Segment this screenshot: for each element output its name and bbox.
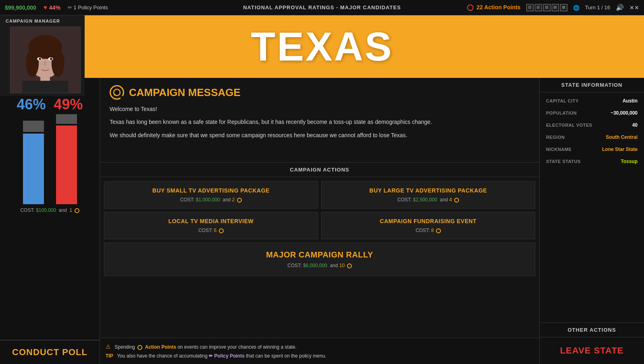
state-info-header: STATE INFORMATION bbox=[540, 78, 644, 92]
action-points-display: 22 Action Points bbox=[467, 4, 521, 11]
action-large-tv[interactable]: BUY LARGE TV ADVERTISING PACKAGE COST: $… bbox=[321, 181, 535, 209]
status-value: Tossup bbox=[621, 159, 638, 164]
state-header: TEXAS bbox=[0, 15, 644, 78]
nickname-label: NICKNAME bbox=[546, 147, 571, 152]
fundraising-title: CAMPAIGN FUNDRAISING EVENT bbox=[328, 218, 528, 224]
poll-cost-money: $100,000 bbox=[36, 207, 56, 213]
campaign-message-section: CAMPAIGN MESSAGE Welcome to Texas! Texas… bbox=[100, 78, 539, 163]
main-content: POLLING DATA NEW STATE POLL 46% 49% COST… bbox=[0, 78, 644, 364]
action-small-tv[interactable]: BUY SMALL TV ADVERTISING PACKAGE COST: $… bbox=[104, 181, 318, 209]
close-icon[interactable]: ✕ bbox=[629, 4, 639, 11]
poll-cost: COST: $100,000 and 1 bbox=[0, 204, 100, 215]
action-major-rally[interactable]: MAJOR CAMPAIGN RALLY COST: $6,000,000 an… bbox=[104, 243, 535, 276]
svg-rect-13 bbox=[22, 81, 68, 93]
actions-grid: BUY SMALL TV ADVERTISING PACKAGE COST: $… bbox=[100, 177, 539, 280]
ap-icon-tip bbox=[137, 345, 142, 350]
large-tv-ap-icon bbox=[454, 198, 459, 203]
bar-col-red bbox=[56, 114, 77, 204]
poll-blue-pct: 46% bbox=[17, 96, 46, 113]
right-panel: STATE INFORMATION CAPITAL CITY Austin PO… bbox=[539, 78, 644, 364]
bar-red bbox=[56, 126, 77, 204]
action-local-tv[interactable]: LOCAL TV MEDIA INTERVIEW COST: 6 bbox=[104, 212, 318, 239]
fundraising-ap-icon bbox=[436, 228, 441, 233]
capital-label: CAPITAL CITY bbox=[546, 98, 579, 103]
population-value: ~30,000,000 bbox=[611, 110, 638, 116]
other-actions-header: OTHER ACTIONS bbox=[540, 322, 644, 337]
poll-ap-icon bbox=[75, 208, 79, 213]
action-fundraising[interactable]: CAMPAIGN FUNDRAISING EVENT COST: 8 bbox=[321, 212, 535, 239]
center-panel: CAMPAIGN MESSAGE Welcome to Texas! Texas… bbox=[100, 78, 539, 364]
campaign-manager-panel: CAMPAIGN MANAGER bbox=[0, 15, 85, 96]
small-tv-ap-icon bbox=[237, 198, 242, 203]
nickname-value: Lone Star State bbox=[602, 146, 638, 152]
top-bar-left: $99,900,000 44% 1 Policy Points bbox=[5, 4, 108, 11]
svg-point-8 bbox=[51, 49, 64, 77]
info-capital: CAPITAL CITY Austin bbox=[546, 98, 638, 104]
bar-blue bbox=[23, 134, 44, 204]
bar-gray-blue bbox=[23, 121, 44, 132]
tip-bar: ⚠ Spending Action Points on events can i… bbox=[100, 338, 539, 364]
top-bar: $99,900,000 44% 1 Policy Points NATIONAL… bbox=[0, 0, 644, 15]
rally-ap-icon bbox=[347, 264, 352, 268]
region-value: South Central bbox=[606, 134, 638, 140]
status-label: STATE STATUS bbox=[546, 159, 581, 164]
svg-point-12 bbox=[50, 58, 52, 60]
bar-col-blue bbox=[23, 121, 44, 204]
capital-value: Austin bbox=[623, 98, 638, 104]
conduct-poll-button[interactable]: CONDUCT POLL bbox=[0, 340, 100, 364]
campaign-text: Welcome to Texas! Texas has long been kn… bbox=[110, 105, 530, 140]
small-tv-cost: COST: $1,000,000 and 2 bbox=[111, 197, 311, 203]
die-4: ⚄ bbox=[552, 4, 559, 11]
electoral-label: ELECTORAL VOTES bbox=[546, 123, 592, 128]
bar-gray-red bbox=[56, 114, 77, 124]
poll-cost-ap: 1 bbox=[70, 207, 73, 213]
ap-icon bbox=[467, 4, 474, 11]
dice-group: ⚁ ⚂ ⚃ ⚄ ⚅ bbox=[526, 4, 567, 11]
top-bar-center-title: NATIONAL APPROVAL RATINGS - MAJOR CANDID… bbox=[243, 4, 401, 10]
policy-points-display: 1 Policy Points bbox=[68, 4, 108, 10]
small-tv-title: BUY SMALL TV ADVERTISING PACKAGE bbox=[111, 187, 311, 194]
heart-icon bbox=[44, 4, 48, 11]
die-2: ⚂ bbox=[535, 4, 542, 11]
local-tv-cost: COST: 6 bbox=[111, 228, 311, 233]
warning-icon: ⚠ bbox=[106, 343, 111, 350]
large-tv-title: BUY LARGE TV ADVERTISING PACKAGE bbox=[328, 187, 528, 194]
svg-point-7 bbox=[26, 49, 39, 77]
feather-icon bbox=[68, 4, 72, 10]
local-tv-title: LOCAL TV MEDIA INTERVIEW bbox=[111, 218, 311, 224]
campaign-message-icon bbox=[110, 85, 124, 100]
bars-area bbox=[0, 115, 100, 204]
info-population: POPULATION ~30,000,000 bbox=[546, 110, 638, 116]
leave-state-button[interactable]: LEAVE STATE bbox=[540, 337, 644, 364]
volume-icon[interactable]: 🔊 bbox=[616, 4, 624, 11]
state-info-body: CAPITAL CITY Austin POPULATION ~30,000,0… bbox=[540, 92, 644, 322]
polling-panel: POLLING DATA NEW STATE POLL 46% 49% COST… bbox=[0, 78, 100, 364]
electoral-value: 40 bbox=[632, 122, 638, 128]
campaign-actions-header: CAMPAIGN ACTIONS bbox=[100, 163, 539, 177]
top-bar-right: 22 Action Points ⚁ ⚂ ⚃ ⚄ ⚅ Turn 1 / 16 🔊… bbox=[467, 4, 639, 11]
die-1: ⚁ bbox=[526, 4, 534, 11]
globe-icon bbox=[573, 4, 580, 11]
poll-numbers: 46% 49% bbox=[0, 94, 100, 115]
major-rally-title: MAJOR CAMPAIGN RALLY bbox=[111, 250, 528, 259]
campaign-manager-label: CAMPAIGN MANAGER bbox=[6, 19, 60, 23]
state-title: TEXAS bbox=[251, 23, 393, 70]
info-status: STATE STATUS Tossup bbox=[546, 159, 638, 164]
population-label: POPULATION bbox=[546, 111, 577, 115]
campaign-manager-portrait bbox=[10, 27, 81, 93]
info-electoral: ELECTORAL VOTES 40 bbox=[546, 122, 638, 128]
money-display: $99,900,000 bbox=[5, 4, 36, 11]
die-3: ⚃ bbox=[543, 4, 551, 11]
info-nickname: NICKNAME Lone Star State bbox=[546, 146, 638, 152]
local-tv-ap-icon bbox=[219, 228, 224, 233]
turn-display: Turn 1 / 16 bbox=[585, 4, 610, 10]
campaign-message-title: CAMPAIGN MESSAGE bbox=[110, 85, 530, 100]
campaign-line2: Texas has long been known as a safe stat… bbox=[110, 117, 530, 126]
region-label: REGION bbox=[546, 135, 565, 140]
campaign-line1: Welcome to Texas! bbox=[110, 105, 530, 113]
poll-red-pct: 49% bbox=[54, 96, 83, 113]
tip-line1: ⚠ Spending Action Points on events can i… bbox=[106, 342, 534, 352]
approval-display: 44% bbox=[44, 4, 60, 11]
major-rally-cost: COST: $6,000,000 and 10 bbox=[111, 263, 528, 268]
die-5: ⚅ bbox=[560, 4, 567, 11]
